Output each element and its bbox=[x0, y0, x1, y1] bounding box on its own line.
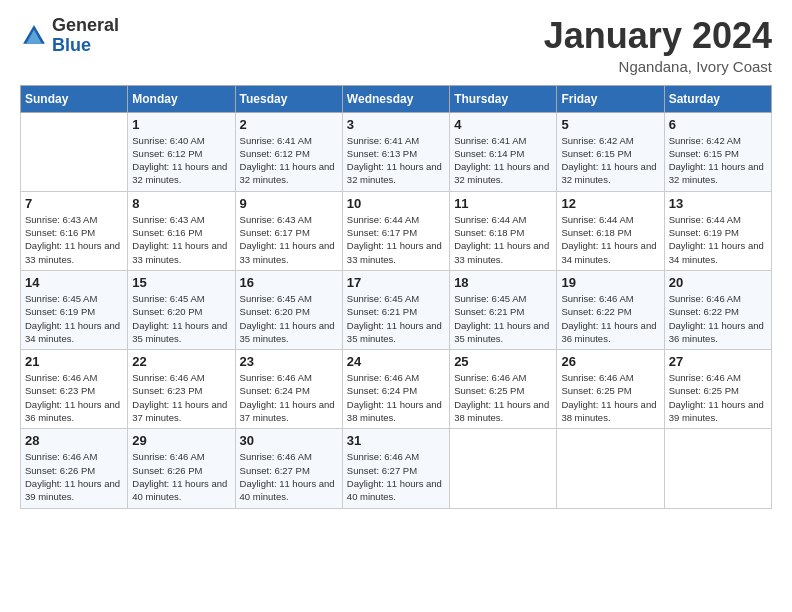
day-number: 24 bbox=[347, 354, 445, 369]
header-cell-wednesday: Wednesday bbox=[342, 85, 449, 112]
day-info: Sunrise: 6:41 AMSunset: 6:12 PMDaylight:… bbox=[240, 134, 338, 187]
logo-blue: Blue bbox=[52, 35, 91, 55]
day-number: 30 bbox=[240, 433, 338, 448]
day-info: Sunrise: 6:46 AMSunset: 6:27 PMDaylight:… bbox=[347, 450, 445, 503]
calendar-cell: 7Sunrise: 6:43 AMSunset: 6:16 PMDaylight… bbox=[21, 191, 128, 270]
calendar-cell: 12Sunrise: 6:44 AMSunset: 6:18 PMDayligh… bbox=[557, 191, 664, 270]
day-number: 11 bbox=[454, 196, 552, 211]
day-info: Sunrise: 6:40 AMSunset: 6:12 PMDaylight:… bbox=[132, 134, 230, 187]
day-info: Sunrise: 6:46 AMSunset: 6:25 PMDaylight:… bbox=[561, 371, 659, 424]
calendar-cell: 5Sunrise: 6:42 AMSunset: 6:15 PMDaylight… bbox=[557, 112, 664, 191]
calendar-cell: 19Sunrise: 6:46 AMSunset: 6:22 PMDayligh… bbox=[557, 270, 664, 349]
day-number: 10 bbox=[347, 196, 445, 211]
calendar-cell: 14Sunrise: 6:45 AMSunset: 6:19 PMDayligh… bbox=[21, 270, 128, 349]
month-title: January 2024 bbox=[544, 16, 772, 56]
logo-text: General Blue bbox=[52, 16, 119, 56]
day-number: 18 bbox=[454, 275, 552, 290]
day-number: 20 bbox=[669, 275, 767, 290]
day-info: Sunrise: 6:46 AMSunset: 6:26 PMDaylight:… bbox=[25, 450, 123, 503]
day-info: Sunrise: 6:46 AMSunset: 6:24 PMDaylight:… bbox=[240, 371, 338, 424]
calendar-cell: 29Sunrise: 6:46 AMSunset: 6:26 PMDayligh… bbox=[128, 429, 235, 508]
calendar-cell: 15Sunrise: 6:45 AMSunset: 6:20 PMDayligh… bbox=[128, 270, 235, 349]
day-number: 19 bbox=[561, 275, 659, 290]
calendar-cell: 31Sunrise: 6:46 AMSunset: 6:27 PMDayligh… bbox=[342, 429, 449, 508]
day-info: Sunrise: 6:46 AMSunset: 6:26 PMDaylight:… bbox=[132, 450, 230, 503]
day-info: Sunrise: 6:46 AMSunset: 6:22 PMDaylight:… bbox=[561, 292, 659, 345]
day-info: Sunrise: 6:46 AMSunset: 6:22 PMDaylight:… bbox=[669, 292, 767, 345]
day-number: 6 bbox=[669, 117, 767, 132]
calendar-cell: 13Sunrise: 6:44 AMSunset: 6:19 PMDayligh… bbox=[664, 191, 771, 270]
day-info: Sunrise: 6:41 AMSunset: 6:14 PMDaylight:… bbox=[454, 134, 552, 187]
calendar-cell: 17Sunrise: 6:45 AMSunset: 6:21 PMDayligh… bbox=[342, 270, 449, 349]
day-info: Sunrise: 6:44 AMSunset: 6:19 PMDaylight:… bbox=[669, 213, 767, 266]
header-cell-tuesday: Tuesday bbox=[235, 85, 342, 112]
day-info: Sunrise: 6:46 AMSunset: 6:23 PMDaylight:… bbox=[25, 371, 123, 424]
calendar-cell: 18Sunrise: 6:45 AMSunset: 6:21 PMDayligh… bbox=[450, 270, 557, 349]
header-cell-saturday: Saturday bbox=[664, 85, 771, 112]
day-number: 7 bbox=[25, 196, 123, 211]
day-number: 25 bbox=[454, 354, 552, 369]
calendar-cell: 27Sunrise: 6:46 AMSunset: 6:25 PMDayligh… bbox=[664, 350, 771, 429]
calendar-cell bbox=[21, 112, 128, 191]
calendar-cell bbox=[450, 429, 557, 508]
calendar-cell: 21Sunrise: 6:46 AMSunset: 6:23 PMDayligh… bbox=[21, 350, 128, 429]
day-number: 26 bbox=[561, 354, 659, 369]
day-number: 4 bbox=[454, 117, 552, 132]
day-number: 16 bbox=[240, 275, 338, 290]
logo-general: General bbox=[52, 15, 119, 35]
day-info: Sunrise: 6:43 AMSunset: 6:17 PMDaylight:… bbox=[240, 213, 338, 266]
day-number: 13 bbox=[669, 196, 767, 211]
calendar-cell: 6Sunrise: 6:42 AMSunset: 6:15 PMDaylight… bbox=[664, 112, 771, 191]
day-info: Sunrise: 6:42 AMSunset: 6:15 PMDaylight:… bbox=[669, 134, 767, 187]
day-info: Sunrise: 6:46 AMSunset: 6:23 PMDaylight:… bbox=[132, 371, 230, 424]
calendar-cell: 1Sunrise: 6:40 AMSunset: 6:12 PMDaylight… bbox=[128, 112, 235, 191]
calendar-cell: 8Sunrise: 6:43 AMSunset: 6:16 PMDaylight… bbox=[128, 191, 235, 270]
day-info: Sunrise: 6:44 AMSunset: 6:18 PMDaylight:… bbox=[561, 213, 659, 266]
day-info: Sunrise: 6:45 AMSunset: 6:21 PMDaylight:… bbox=[454, 292, 552, 345]
day-info: Sunrise: 6:45 AMSunset: 6:19 PMDaylight:… bbox=[25, 292, 123, 345]
header-cell-thursday: Thursday bbox=[450, 85, 557, 112]
day-number: 29 bbox=[132, 433, 230, 448]
calendar-cell: 24Sunrise: 6:46 AMSunset: 6:24 PMDayligh… bbox=[342, 350, 449, 429]
calendar-cell: 26Sunrise: 6:46 AMSunset: 6:25 PMDayligh… bbox=[557, 350, 664, 429]
day-number: 9 bbox=[240, 196, 338, 211]
calendar-cell: 4Sunrise: 6:41 AMSunset: 6:14 PMDaylight… bbox=[450, 112, 557, 191]
day-number: 1 bbox=[132, 117, 230, 132]
calendar-table: SundayMondayTuesdayWednesdayThursdayFrid… bbox=[20, 85, 772, 509]
day-info: Sunrise: 6:43 AMSunset: 6:16 PMDaylight:… bbox=[132, 213, 230, 266]
week-row-2: 7Sunrise: 6:43 AMSunset: 6:16 PMDaylight… bbox=[21, 191, 772, 270]
day-info: Sunrise: 6:42 AMSunset: 6:15 PMDaylight:… bbox=[561, 134, 659, 187]
day-number: 8 bbox=[132, 196, 230, 211]
day-number: 14 bbox=[25, 275, 123, 290]
calendar-cell: 22Sunrise: 6:46 AMSunset: 6:23 PMDayligh… bbox=[128, 350, 235, 429]
title-block: January 2024 Ngandana, Ivory Coast bbox=[544, 16, 772, 75]
calendar-cell: 9Sunrise: 6:43 AMSunset: 6:17 PMDaylight… bbox=[235, 191, 342, 270]
week-row-5: 28Sunrise: 6:46 AMSunset: 6:26 PMDayligh… bbox=[21, 429, 772, 508]
day-number: 2 bbox=[240, 117, 338, 132]
day-info: Sunrise: 6:41 AMSunset: 6:13 PMDaylight:… bbox=[347, 134, 445, 187]
week-row-3: 14Sunrise: 6:45 AMSunset: 6:19 PMDayligh… bbox=[21, 270, 772, 349]
calendar-cell: 10Sunrise: 6:44 AMSunset: 6:17 PMDayligh… bbox=[342, 191, 449, 270]
calendar-cell: 16Sunrise: 6:45 AMSunset: 6:20 PMDayligh… bbox=[235, 270, 342, 349]
day-number: 15 bbox=[132, 275, 230, 290]
header-cell-sunday: Sunday bbox=[21, 85, 128, 112]
logo: General Blue bbox=[20, 16, 119, 56]
day-info: Sunrise: 6:45 AMSunset: 6:21 PMDaylight:… bbox=[347, 292, 445, 345]
calendar-cell: 25Sunrise: 6:46 AMSunset: 6:25 PMDayligh… bbox=[450, 350, 557, 429]
logo-icon bbox=[20, 22, 48, 50]
day-info: Sunrise: 6:45 AMSunset: 6:20 PMDaylight:… bbox=[132, 292, 230, 345]
day-number: 23 bbox=[240, 354, 338, 369]
day-info: Sunrise: 6:46 AMSunset: 6:25 PMDaylight:… bbox=[454, 371, 552, 424]
header: General Blue January 2024 Ngandana, Ivor… bbox=[20, 16, 772, 75]
calendar-cell: 2Sunrise: 6:41 AMSunset: 6:12 PMDaylight… bbox=[235, 112, 342, 191]
calendar-cell: 3Sunrise: 6:41 AMSunset: 6:13 PMDaylight… bbox=[342, 112, 449, 191]
day-number: 17 bbox=[347, 275, 445, 290]
day-number: 28 bbox=[25, 433, 123, 448]
day-info: Sunrise: 6:46 AMSunset: 6:25 PMDaylight:… bbox=[669, 371, 767, 424]
day-info: Sunrise: 6:45 AMSunset: 6:20 PMDaylight:… bbox=[240, 292, 338, 345]
week-row-1: 1Sunrise: 6:40 AMSunset: 6:12 PMDaylight… bbox=[21, 112, 772, 191]
calendar-cell: 23Sunrise: 6:46 AMSunset: 6:24 PMDayligh… bbox=[235, 350, 342, 429]
day-number: 21 bbox=[25, 354, 123, 369]
calendar-cell: 28Sunrise: 6:46 AMSunset: 6:26 PMDayligh… bbox=[21, 429, 128, 508]
header-cell-monday: Monday bbox=[128, 85, 235, 112]
